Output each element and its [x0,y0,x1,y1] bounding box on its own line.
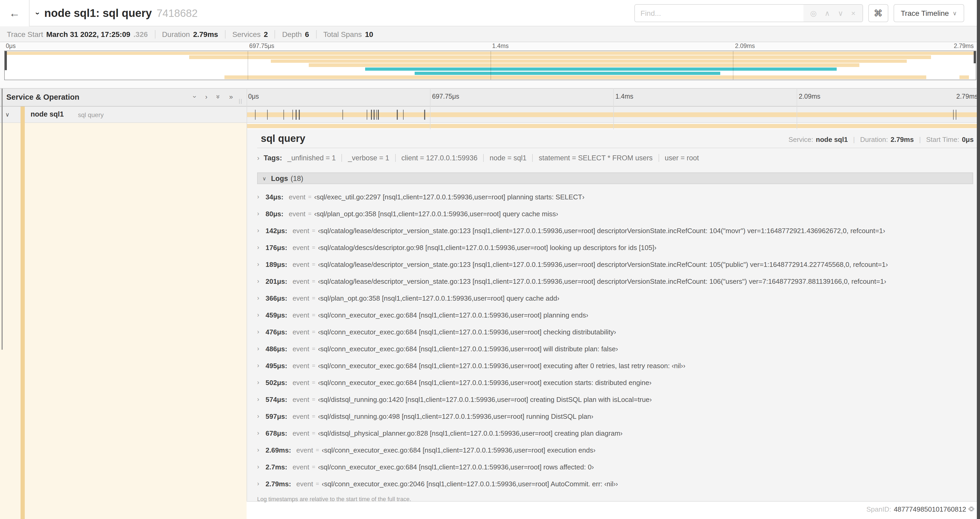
chevron-down-icon[interactable]: › [37,9,40,18]
tags-label: Tags: [264,154,282,162]
chevron-right-icon[interactable]: › [257,412,266,420]
find-input[interactable] [635,5,803,22]
log-marker-tick [299,110,300,120]
find-suffix-icons: ◎ ∧ ∨ × [803,5,862,22]
chevron-down-icon[interactable]: ∨ [5,111,10,118]
log-row[interactable]: ›678μs:event=‹sql/distsql_physical_plann… [257,425,980,441]
depth-label: Depth [282,30,302,38]
chevron-right-icon[interactable]: › [257,328,266,335]
chevron-right-icon[interactable]: › [257,311,266,319]
tag-item: _unfinished = 1 [287,154,342,162]
chevron-right-icon[interactable]: › [257,463,266,471]
ruler-tick-label: 2.09ms [799,93,820,100]
chevron-right-icon[interactable]: › [257,480,266,487]
log-row[interactable]: ›574μs:event=‹sql/distsql_running.go:142… [257,391,980,408]
log-row[interactable]: ›495μs:event=‹sql/conn_executor_exec.go:… [257,357,980,374]
child-span-row-partial[interactable] [247,123,980,129]
collapse-one-icon[interactable]: › [194,93,196,101]
log-field-name: event [293,345,309,353]
locate-icon[interactable]: ◎ [810,9,816,18]
page-scrollbar[interactable] [977,0,980,519]
log-row[interactable]: ›2.79ms:event=‹sql/conn_executor_exec.go… [257,475,980,492]
equals-sign: = [316,447,319,453]
link-icon[interactable]: ⧉ [967,504,976,514]
log-marker-tick [267,110,268,120]
chevron-right-icon[interactable]: › [257,345,266,352]
log-marker-tick [367,110,368,120]
log-row[interactable]: ›459μs:event=‹sql/conn_executor_exec.go:… [257,307,980,323]
chevron-right-icon[interactable]: › [257,227,266,234]
expand-one-icon[interactable]: › [205,93,208,101]
start-time-label: Start Time: [926,136,959,144]
log-row[interactable]: ›366μs:event=‹sql/plan_opt.go:358 [nsql1… [257,289,980,307]
tag-item: client = 127.0.0.1:59936 [395,154,484,162]
log-row[interactable]: ›142μs:event=‹sql/catalog/lease/descript… [257,222,980,239]
chevron-right-icon[interactable]: › [257,244,266,251]
log-row[interactable]: ›189μs:event=‹sql/catalog/lease/descript… [257,256,980,273]
log-timestamp: 80μs: [266,210,283,217]
chevron-right-icon[interactable]: › [257,193,266,200]
view-dropdown-button[interactable]: Trace Timeline ∨ [893,4,964,22]
trace-start-value: March 31 2022, 17:25:09 [46,30,130,38]
duration-label: Duration: [860,136,888,144]
chevron-right-icon[interactable]: › [257,260,266,268]
collapse-all-icon[interactable]: » [216,93,220,101]
log-row[interactable]: ›80μs:event=‹sql/plan_opt.go:358 [nsql1,… [257,205,980,222]
equals-sign: = [312,464,315,470]
log-field-name: event [293,463,309,471]
services-value: 2 [264,30,268,38]
chevron-right-icon[interactable]: › [257,294,266,302]
tags-row[interactable]: › Tags: _unfinished = 1_verbose = 1clien… [257,148,980,168]
minimap-canvas[interactable] [4,51,976,80]
tag-item: statement = SELECT * FROM users [532,154,658,162]
logs-section-header[interactable]: ∨ Logs (18) [257,172,973,184]
log-message: ‹sql/exec_util.go:2297 [nsql1,client=127… [314,193,584,201]
expand-all-icon[interactable]: » [229,93,233,101]
chevron-right-icon[interactable]: › [257,430,266,437]
minimap-right-drag-handle[interactable] [974,51,976,63]
log-timestamp: 476μs: [266,328,287,336]
chevron-right-icon[interactable]: › [257,210,266,217]
log-row[interactable]: ›201μs:event=‹sql/catalog/lease/descript… [257,273,980,289]
chevron-right-icon[interactable]: › [257,278,266,285]
log-message: ‹sql/distsql_running.go:498 [nsql1,clien… [318,412,593,420]
log-row[interactable]: ›2.7ms:event=‹sql/conn_executor_exec.go:… [257,458,980,475]
log-row[interactable]: ›502μs:event=‹sql/conn_executor_exec.go:… [257,374,980,391]
log-row[interactable]: ›2.69ms:event=‹sql/conn_executor_exec.go… [257,441,980,458]
chevron-right-icon[interactable]: › [257,379,266,386]
log-marker-tick [255,110,256,120]
chevron-right-icon[interactable]: › [257,396,266,403]
prev-match-icon[interactable]: ∧ [824,9,830,18]
chevron-right-icon[interactable]: › [257,362,266,369]
tags-list: _unfinished = 1_verbose = 1client = 127.… [287,154,705,162]
chevron-right-icon[interactable]: › [257,446,266,454]
log-row[interactable]: ›486μs:event=‹sql/conn_executor_exec.go:… [257,340,980,357]
span-list-left-column [0,123,247,519]
child-span-duration-bar [247,124,979,128]
column-divider[interactable] [247,88,247,501]
keyboard-shortcuts-button[interactable]: ⌘ [868,4,888,22]
tag-item: _verbose = 1 [342,154,395,162]
left-scrollbar[interactable] [2,89,3,350]
logs-footnote: Log timestamps are relative to the start… [257,496,980,502]
clear-icon[interactable]: × [851,9,855,18]
log-message: ‹sql/catalog/lease/descriptor_version_st… [318,277,886,285]
log-row[interactable]: ›476μs:event=‹sql/conn_executor_exec.go:… [257,323,980,340]
span-timeline-bar-area[interactable] [247,107,980,123]
log-message: ‹sql/conn_executor_exec.go:684 [nsql1,cl… [318,311,588,319]
next-match-icon[interactable]: ∨ [838,9,843,18]
log-row[interactable]: ›597μs:event=‹sql/distsql_running.go:498… [257,408,980,425]
services-label: Services [232,30,261,38]
span-duration-bar[interactable] [247,112,979,117]
log-field-name: event [293,412,309,420]
minimap-left-drag-handle[interactable] [5,51,7,70]
span-row[interactable]: ∨ node sql1 sql query [0,107,980,123]
timeline-ruler: 0μs697.75μs1.4ms2.09ms2.79ms [247,89,980,107]
trace-title-area: › node sql1: sql query 7418682 [37,0,197,26]
log-row[interactable]: ›34μs:event=‹sql/exec_util.go:2297 [nsql… [257,188,980,205]
back-button[interactable]: ← [0,0,30,26]
chevron-right-icon[interactable]: › [257,154,259,162]
column-resize-grip[interactable]: || [239,98,242,104]
ruler-tick-label: 697.75μs [432,93,459,100]
log-row[interactable]: ›176μs:event=‹sql/catalog/descs/descript… [257,239,980,256]
